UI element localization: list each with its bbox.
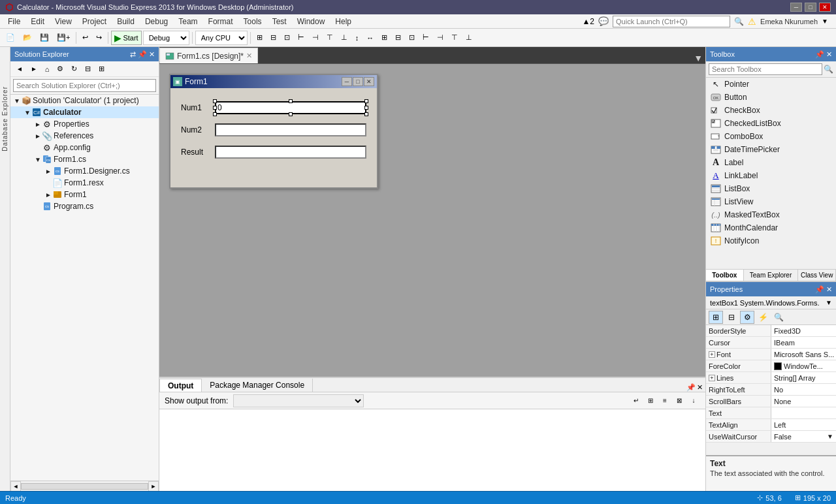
layout-btn-7[interactable]: ⊥: [338, 31, 351, 45]
output-close-btn[interactable]: ✕: [697, 383, 703, 392]
output-clear-btn[interactable]: ⊠: [673, 395, 686, 407]
layout-btn-15[interactable]: ⊤: [448, 31, 461, 45]
layout-btn-1[interactable]: ⊞: [253, 31, 266, 45]
open-button[interactable]: 📂: [20, 31, 35, 45]
layout-btn-6[interactable]: ⊤: [323, 31, 336, 45]
close-button[interactable]: ✕: [819, 3, 831, 12]
debug-mode-select[interactable]: Debug Release: [143, 31, 189, 45]
menu-debug[interactable]: Debug: [140, 16, 173, 27]
toolbox-item-button[interactable]: OK Button: [706, 91, 836, 104]
layout-btn-10[interactable]: ⊞: [378, 31, 391, 45]
tree-item-form1designer[interactable]: ► cs Form1.Designer.cs: [10, 165, 159, 177]
layout-btn-11[interactable]: ⊟: [392, 31, 404, 45]
tab-close-icon[interactable]: ✕: [246, 52, 252, 60]
start-button[interactable]: ▶ Start: [111, 31, 141, 45]
properties-pin-icon[interactable]: 📌: [815, 285, 824, 294]
layout-btn-8[interactable]: ↕: [352, 31, 362, 45]
menu-file[interactable]: File: [3, 16, 25, 27]
se-hscroll-track[interactable]: [21, 483, 148, 490]
platform-select[interactable]: Any CPU: [195, 31, 248, 45]
output-find-btn[interactable]: ⊞: [644, 395, 657, 407]
prop-dropdown-icon[interactable]: ▼: [827, 433, 833, 440]
tree-item-form1class[interactable]: ► Form1: [10, 189, 159, 200]
toolbox-pin-icon[interactable]: 📌: [815, 50, 824, 59]
save-button[interactable]: 💾: [37, 31, 52, 45]
se-pin-icon[interactable]: 📌: [138, 50, 147, 59]
toolbox-tab-toolbox[interactable]: Toolbox: [706, 270, 744, 281]
se-sync-icon[interactable]: ⇄: [130, 50, 136, 59]
menu-view[interactable]: View: [50, 16, 77, 27]
se-settings-btn[interactable]: ⚙: [54, 62, 67, 76]
se-search-input[interactable]: [13, 79, 156, 92]
toolbox-item-checkedlistbox[interactable]: CheckedListBox: [706, 117, 836, 130]
props-btn-properties[interactable]: ⚙: [740, 311, 754, 324]
menu-edit[interactable]: Edit: [25, 16, 50, 27]
redo-button[interactable]: ↪: [93, 31, 105, 45]
minimize-button[interactable]: ─: [790, 3, 802, 12]
layout-btn-2[interactable]: ⊟: [267, 31, 280, 45]
tree-item-properties[interactable]: ► ⚙ Properties: [10, 118, 159, 130]
form-window[interactable]: ▣ Form1 ─ □ ✕ Num1: [169, 74, 378, 189]
toolbox-item-label[interactable]: A Label: [706, 156, 836, 169]
user-dropdown-icon[interactable]: ▼: [822, 18, 828, 25]
menu-project[interactable]: Project: [77, 16, 112, 27]
toolbox-tab-class-view[interactable]: Class View: [798, 270, 836, 281]
se-home-btn[interactable]: ⌂: [42, 62, 53, 76]
toolbox-item-pointer[interactable]: ↖ Pointer: [706, 78, 836, 91]
se-scroll-right[interactable]: ►: [148, 481, 159, 492]
toolbox-item-listbox[interactable]: ListBox: [706, 182, 836, 195]
tab-form1-design[interactable]: Form1.cs [Design]* ✕: [159, 48, 258, 63]
toolbox-item-maskedtextbox[interactable]: (..) MaskedTextBox: [706, 208, 836, 221]
input-num2[interactable]: [215, 123, 366, 136]
toolbox-tab-team-explorer[interactable]: Team Explorer: [744, 270, 799, 281]
properties-target-dropdown-icon[interactable]: ▼: [826, 299, 832, 306]
props-btn-search[interactable]: 🔍: [771, 311, 786, 324]
se-close-icon[interactable]: ✕: [149, 50, 155, 59]
form-maximize-btn[interactable]: □: [353, 77, 363, 86]
form-close-btn[interactable]: ✕: [364, 77, 374, 86]
tab-package-manager[interactable]: Package Manager Console: [202, 379, 313, 392]
se-refresh-btn[interactable]: ↻: [68, 62, 80, 76]
database-explorer-tab[interactable]: Database Explorer: [0, 47, 10, 491]
form-minimize-btn[interactable]: ─: [342, 77, 352, 86]
layout-btn-14[interactable]: ⊣: [434, 31, 447, 45]
tree-item-form1resx[interactable]: 📄 Form1.resx: [10, 177, 159, 189]
menu-window[interactable]: Window: [292, 16, 330, 27]
tree-item-references[interactable]: ► 📎 References: [10, 130, 159, 142]
tree-item-form1cs[interactable]: ▼ cs Form1.cs: [10, 153, 159, 165]
toolbox-item-monthcalendar[interactable]: MonthCalendar: [706, 221, 836, 234]
se-fwd-btn[interactable]: ►: [27, 62, 40, 76]
layout-btn-13[interactable]: ⊢: [419, 31, 432, 45]
se-scroll-left[interactable]: ◄: [10, 481, 21, 492]
output-source-select[interactable]: [233, 394, 364, 407]
layout-btn-12[interactable]: ⊡: [406, 31, 418, 45]
output-wrap-btn[interactable]: ↵: [630, 395, 643, 407]
menu-build[interactable]: Build: [112, 16, 140, 27]
toolbox-search-input[interactable]: [709, 63, 822, 75]
menu-help[interactable]: Help: [330, 16, 357, 27]
props-btn-categorized[interactable]: ⊞: [709, 311, 723, 324]
layout-btn-16[interactable]: ⊥: [462, 31, 475, 45]
input-result[interactable]: [215, 146, 366, 159]
output-pin-btn[interactable]: 📌: [686, 383, 696, 392]
se-back-btn[interactable]: ◄: [13, 62, 26, 76]
output-scroll-end-btn[interactable]: ↓: [687, 395, 700, 407]
layout-btn-9[interactable]: ↔: [363, 31, 377, 45]
toolbox-item-linklabel[interactable]: A LinkLabel: [706, 169, 836, 182]
menu-team[interactable]: Team: [173, 16, 202, 27]
props-btn-events[interactable]: ⚡: [756, 311, 770, 324]
database-explorer-label[interactable]: Database Explorer: [1, 86, 8, 151]
properties-close-icon[interactable]: ✕: [826, 285, 832, 294]
user-name[interactable]: Emeka Nkurumeh: [760, 18, 818, 25]
layout-btn-5[interactable]: ⊣: [309, 31, 322, 45]
toolbox-item-combobox[interactable]: ComboBox: [706, 130, 836, 143]
tab-output[interactable]: Output: [159, 379, 202, 392]
save-all-button[interactable]: 💾+: [54, 31, 73, 45]
prop-expand-font[interactable]: +: [709, 351, 715, 358]
toolbox-item-listview[interactable]: ListView: [706, 195, 836, 208]
new-button[interactable]: 📄: [3, 31, 18, 45]
toolbox-item-datetimepicker[interactable]: ▐▌ DateTimePicker: [706, 143, 836, 156]
tab-scroll-btn[interactable]: ▼: [694, 53, 703, 63]
prop-expand-lines[interactable]: +: [709, 375, 715, 381]
tree-item-calculator[interactable]: ▼ C# Calculator: [10, 106, 159, 118]
